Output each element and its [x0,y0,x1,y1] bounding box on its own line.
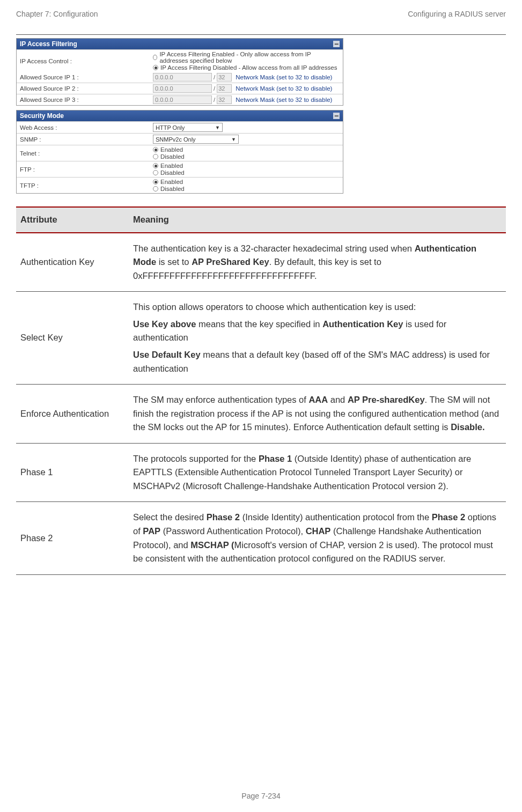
ip-row-label: Allowed Source IP 1 : [17,72,151,83]
meaning-paragraph: Use Default Key means that a default key… [133,348,502,375]
meaning-paragraph: The authentication key is a 32-character… [133,242,502,283]
header-right: Configuring a RADIUS server [408,10,506,18]
meaning-cell: The protocols supported for the Phase 1 … [129,443,506,502]
radio-enabled-row[interactable]: IP Access Filtering Enabled - Only allow… [153,51,341,64]
tftp-disabled[interactable]: Disabled [153,186,341,192]
config-screenshot: IP Access Filtering − IP Access Control … [16,38,343,194]
ftp-label: FTP : [17,161,151,177]
security-mode-panel: Security Mode − Web Access : HTTP Only ▼… [16,110,343,194]
panel-title: Security Mode [20,112,64,120]
ip-source-row: Allowed Source IP 1 : 0.0.0.0 / 32 Netwo… [17,72,343,83]
meaning-cell: Select the desired Phase 2 (Inside Ident… [129,502,506,574]
col-meaning: Meaning [129,207,506,233]
select-value: SNMPv2c Only [156,136,196,143]
caret-down-icon: ▼ [231,137,236,142]
table-row: Authentication KeyThe authentication key… [16,233,506,292]
mask-input[interactable]: 32 [217,95,232,104]
meaning-paragraph: The protocols supported for the Phase 1 … [133,452,502,493]
table-row: Select KeyThis option allows operators t… [16,292,506,385]
panel-title: IP Access Filtering [20,40,77,48]
meaning-cell: This option allows operators to choose w… [129,292,506,385]
ip-input[interactable]: 0.0.0.0 [153,73,212,82]
attr-cell: Enforce Authentication [16,385,129,444]
meaning-cell: The authentication key is a 32-character… [129,233,506,292]
attr-cell: Select Key [16,292,129,385]
radio-disabled-row[interactable]: IP Access Filtering Disabled - Allow acc… [153,64,341,71]
col-attribute: Attribute [16,207,129,233]
mask-input[interactable]: 32 [217,84,232,93]
ip-source-row: Allowed Source IP 3 : 0.0.0.0 / 32 Netwo… [17,94,343,105]
attr-cell: Authentication Key [16,233,129,292]
radio-icon [153,154,158,159]
attr-cell: Phase 2 [16,502,129,574]
radio-icon [153,163,158,168]
header-left: Chapter 7: Configuration [16,10,98,18]
mask-note: Network Mask (set to 32 to disable) [236,97,332,103]
ip-access-control-label: IP Access Control : [17,50,151,72]
ip-row-label: Allowed Source IP 3 : [17,94,151,105]
ip-access-filtering-panel: IP Access Filtering − IP Access Control … [16,38,343,106]
slash: / [214,85,215,92]
select-value: HTTP Only [156,124,185,131]
radio-icon [153,147,158,152]
radio-enabled-text: IP Access Filtering Enabled - Only allow… [159,51,341,64]
ftp-disabled[interactable]: Disabled [153,169,341,176]
minimize-icon[interactable]: − [333,113,340,119]
radio-icon [153,65,158,70]
ip-source-row: Allowed Source IP 2 : 0.0.0.0 / 32 Netwo… [17,83,343,94]
radio-disabled-text: IP Access Filtering Disabled - Allow acc… [160,64,337,71]
web-access-label: Web Access : [17,122,151,133]
mask-input[interactable]: 32 [217,73,232,82]
ip-input[interactable]: 0.0.0.0 [153,84,212,93]
table-row: Phase 2Select the desired Phase 2 (Insid… [16,502,506,574]
slash: / [214,74,215,80]
web-access-select[interactable]: HTTP Only ▼ [153,123,223,132]
table-row: Enforce AuthenticationThe SM may enforce… [16,385,506,444]
telnet-enabled[interactable]: Enabled [153,146,341,153]
panel-header: IP Access Filtering − [17,39,343,49]
telnet-disabled[interactable]: Disabled [153,153,341,160]
tftp-enabled[interactable]: Enabled [153,179,341,185]
ip-input[interactable]: 0.0.0.0 [153,95,212,104]
header-rule [16,34,506,35]
slash: / [214,97,215,103]
meaning-cell: The SM may enforce authentication types … [129,385,506,444]
snmp-label: SNMP : [17,134,151,145]
mask-note: Network Mask (set to 32 to disable) [236,85,332,92]
mask-note: Network Mask (set to 32 to disable) [236,74,332,80]
attr-cell: Phase 1 [16,443,129,502]
meaning-paragraph: The SM may enforce authentication types … [133,393,502,434]
page-footer: Page 7-234 [0,792,522,800]
snmp-select[interactable]: SNMPv2c Only ▼ [153,135,239,144]
panel-header: Security Mode − [17,110,343,121]
attribute-table: Attribute Meaning Authentication KeyThe … [16,206,506,575]
meaning-paragraph: This option allows operators to choose w… [133,300,502,314]
meaning-paragraph: Select the desired Phase 2 (Inside Ident… [133,511,502,565]
caret-down-icon: ▼ [215,125,220,130]
radio-icon [153,55,157,60]
minimize-icon[interactable]: − [333,41,340,47]
table-row: Phase 1The protocols supported for the P… [16,443,506,502]
radio-icon [153,179,158,184]
tftp-label: TFTP : [17,178,151,193]
ip-row-label: Allowed Source IP 2 : [17,83,151,94]
telnet-label: Telnet : [17,145,151,161]
ftp-enabled[interactable]: Enabled [153,163,341,169]
radio-icon [153,170,158,175]
meaning-paragraph: Use Key above means that the key specifi… [133,318,502,345]
radio-icon [153,186,158,191]
